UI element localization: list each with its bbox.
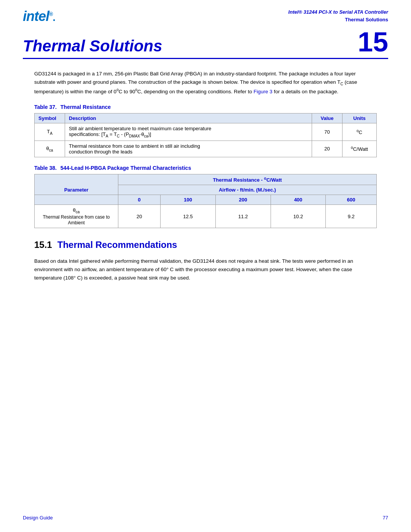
table38-param-header: Parameter (35, 174, 118, 195)
table37-section: Table 37. Thermal Resistance Symbol Desc… (34, 104, 377, 157)
page-footer: Design Guide 77 (23, 515, 388, 521)
page-header: intel®. Intel® 31244 PCI-X to Serial ATA… (0, 0, 411, 24)
table38-airflow-header: Airflow - ft/min. (M./sec.) (118, 185, 377, 195)
table38-caption: Table 38. 544-Lead H-PBGA Package Therma… (34, 165, 377, 171)
chapter-title-row: Thermal Solutions 15 (23, 28, 388, 59)
table38-section: Table 38. 544-Lead H-PBGA Package Therma… (34, 165, 377, 228)
doc-title: Intel® 31244 PCI-X to Serial ATA Control… (288, 8, 388, 16)
table37-col-description: Description (65, 113, 312, 123)
table38-col-600: 600 (326, 195, 377, 205)
table37-row2-value: 20 (312, 141, 342, 157)
table38-header-row3: 0 100 200 400 600 (35, 195, 377, 205)
main-content: GD31244 is packaged in a 17 mm, 256-pin … (0, 59, 411, 283)
table38-row1-val600: 9.2 (326, 205, 377, 228)
table38-col-400: 400 (271, 195, 326, 205)
table37-row2-symbol: θca (35, 141, 65, 157)
table37-row1-symbol: TA (35, 123, 65, 141)
header-section-title: Thermal Solutions (288, 16, 388, 24)
intro-paragraph: GD31244 is packaged in a 17 mm, 256-pin … (34, 70, 377, 96)
table-row: θca Thermal Resistance from case to Ambi… (35, 205, 377, 228)
table38-row1-desc: Thermal Resistance from case to Ambient (43, 214, 110, 225)
table38-col-0: 0 (118, 195, 161, 205)
table38-row1-param: θca Thermal Resistance from case to Ambi… (35, 205, 118, 228)
superscript-o2: o (135, 88, 137, 92)
table-row: TA Still air ambient temperature to meet… (35, 123, 377, 141)
section151-title: Thermal Recommendations (57, 240, 177, 250)
table38-col-200: 200 (215, 195, 271, 205)
table38-row1-val0: 20 (118, 205, 161, 228)
table37-row2-desc: Thermal resistance from case to ambient … (65, 141, 312, 157)
intel-logo: intel®. (23, 8, 55, 24)
figure3-link[interactable]: Figure 3 (253, 89, 272, 94)
footer-right: 77 (383, 515, 388, 521)
section151-body: Based on data Intel gathered while perfo… (34, 257, 377, 283)
table37: Symbol Description Value Units TA Still … (34, 113, 377, 157)
table38-resistance-header: Thermal Resistance - oC/Watt (118, 174, 377, 185)
table37-title: Thermal Resistance (61, 104, 111, 110)
table37-col-units: Units (342, 113, 377, 123)
table38-title: 544-Lead H-PBGA Package Thermal Characte… (61, 165, 191, 171)
header-right: Intel® 31244 PCI-X to Serial ATA Control… (288, 8, 388, 23)
table38-col-100: 100 (160, 195, 215, 205)
table38-param-subheader (35, 195, 118, 205)
table38: Parameter Thermal Resistance - oC/Watt A… (34, 174, 377, 228)
chapter-number: 15 (358, 28, 388, 56)
table37-caption: Table 37. Thermal Resistance (34, 104, 377, 110)
table38-number: Table 38. (34, 165, 57, 171)
footer-left: Design Guide (23, 515, 53, 521)
table38-header-row1: Parameter Thermal Resistance - oC/Watt (35, 174, 377, 185)
section151-heading: 15.1 Thermal Recommendations (34, 240, 377, 250)
section151-number: 15.1 (34, 240, 52, 250)
chapter-title: Thermal Solutions (23, 37, 162, 55)
table37-number: Table 37. (34, 104, 57, 110)
table37-row1-units: oC (342, 123, 377, 141)
logo-text: intel (23, 8, 49, 24)
superscript-o1: o (116, 88, 119, 92)
table37-row1-desc: Still air ambient temperature to meet ma… (65, 123, 312, 141)
table37-col-symbol: Symbol (35, 113, 65, 123)
table37-row2-units: oC/Watt (342, 141, 377, 157)
table37-header-row: Symbol Description Value Units (35, 113, 377, 123)
chapter-title-section: Thermal Solutions 15 (0, 24, 411, 59)
table38-row1-val200: 11.2 (215, 205, 271, 228)
table37-row1-value: 70 (312, 123, 342, 141)
table38-row1-val400: 10.2 (271, 205, 326, 228)
subscript-c: C (340, 81, 343, 86)
logo-registered: ® (49, 11, 53, 17)
table-row: θca Thermal resistance from case to ambi… (35, 141, 377, 157)
table38-row1-val100: 12.5 (160, 205, 215, 228)
table37-col-value: Value (312, 113, 342, 123)
